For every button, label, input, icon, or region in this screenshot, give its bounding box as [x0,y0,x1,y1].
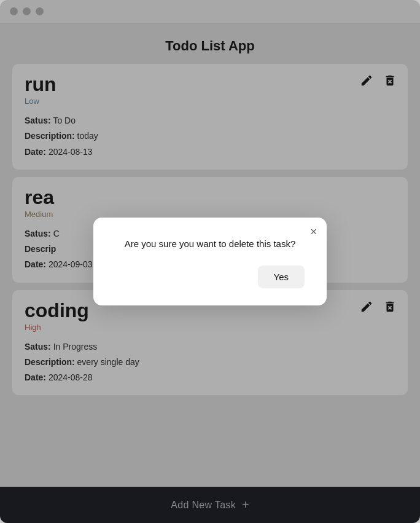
dialog-actions: Yes [115,265,305,288]
confirm-delete-button[interactable]: Yes [258,265,305,288]
app-window: Todo List App run Low Satus: To Do [0,0,420,523]
dialog-message: Are you sure you want to delete this tas… [115,237,305,251]
dialog-close-button[interactable]: × [310,226,317,237]
dialog-overlay: × Are you sure you want to delete this t… [0,0,420,523]
delete-dialog: × Are you sure you want to delete this t… [93,218,327,306]
